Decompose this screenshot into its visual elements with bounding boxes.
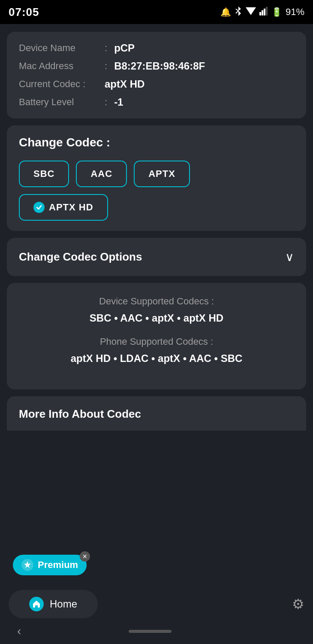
phone-supported-values: aptX HD • LDAC • aptX • AAC • SBC [19,352,294,365]
aptx-button[interactable]: APTX [134,161,190,187]
mac-address-label: Mac Address [19,61,105,72]
status-time: 07:05 [9,6,39,19]
aac-button[interactable]: AAC [76,161,127,187]
device-supported-label: Device Supported Codecs : [19,296,294,307]
device-name-colon: : [105,43,107,54]
aptxhd-label: APTX HD [49,202,93,213]
home-button[interactable]: Home [9,590,98,618]
aptxhd-button[interactable]: APTX HD [19,194,108,221]
current-codec-label: Current Codec : [19,79,105,90]
settings-icon: ⚙ [292,596,304,612]
back-button[interactable]: ‹ [17,624,21,638]
change-codec-card: Change Codec : SBC AAC APTX APTX HD [7,125,306,231]
alarm-icon: 🔔 [220,7,231,17]
svg-rect-4 [266,7,268,15]
phone-supported-label: Phone Supported Codecs : [19,336,294,347]
mac-address-row: Mac Address : B8:27:EB:98:46:8F [19,60,294,72]
nav-bar: ‹ [0,618,313,644]
chevron-down-icon: ∨ [285,250,294,264]
device-info-card: Device Name : pCP Mac Address : B8:27:EB… [7,32,306,118]
aptx-label: APTX [148,168,175,179]
change-codec-options-card[interactable]: Change Codec Options ∨ [7,238,306,276]
bottom-nav: Home ⚙ [0,590,313,618]
wifi-icon [246,7,256,17]
mac-address-value: B8:27:EB:98:46:8F [114,60,205,72]
battery-level-row: Battery Level : -1 [19,96,294,108]
premium-icon [21,559,33,571]
status-icons: 🔔 🔋 91% [220,6,304,18]
signal-icon [259,7,268,18]
battery-level-value: -1 [114,96,123,108]
sbc-button[interactable]: SBC [19,161,69,187]
change-codec-title: Change Codec : [19,136,294,149]
current-codec-value: aptX HD [105,78,144,90]
battery-icon: 🔋 [271,7,282,17]
nav-pill [129,630,172,633]
svg-marker-0 [246,7,256,15]
change-codec-options-title: Change Codec Options [19,250,142,264]
codec-buttons-row: SBC AAC APTX [19,161,294,187]
device-supported-values: SBC • AAC • aptX • aptX HD [19,312,294,324]
battery-percent: 91% [286,6,304,18]
bluetooth-icon [235,6,242,18]
mac-address-colon: : [105,61,107,72]
svg-rect-3 [264,9,265,15]
premium-close-button[interactable]: ✕ [80,551,90,562]
current-codec-row: Current Codec : aptX HD [19,78,294,90]
home-label: Home [50,598,77,610]
device-name-value: pCP [114,42,135,54]
settings-button[interactable]: ⚙ [292,596,304,612]
device-name-label: Device Name [19,43,105,54]
svg-rect-2 [262,10,263,15]
battery-level-label: Battery Level [19,97,105,108]
device-name-row: Device Name : pCP [19,42,294,54]
svg-rect-1 [259,12,261,15]
aac-label: AAC [90,168,112,179]
aptxhd-check-badge [33,202,45,213]
main-content: Device Name : pCP Mac Address : B8:27:EB… [0,24,313,431]
more-info-card: More Info About Codec [7,396,306,431]
battery-level-colon: : [105,97,107,108]
supported-codecs-card: Device Supported Codecs : SBC • AAC • ap… [7,283,306,389]
more-info-title: More Info About Codec [19,407,294,421]
premium-badge[interactable]: ✕ Premium [13,555,87,575]
home-icon [29,597,44,611]
status-bar: 07:05 🔔 🔋 91% [0,0,313,24]
sbc-label: SBC [33,168,54,179]
premium-label: Premium [38,559,78,571]
